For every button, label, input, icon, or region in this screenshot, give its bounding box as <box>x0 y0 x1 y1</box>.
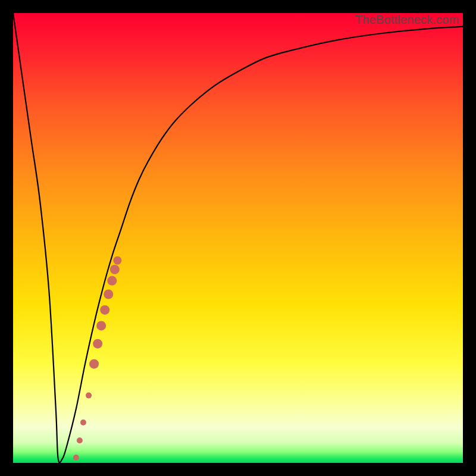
data-marker <box>104 290 113 299</box>
watermark-text: TheBottleneck.com <box>355 13 459 27</box>
data-marker <box>93 339 102 349</box>
data-marker <box>89 359 99 369</box>
plot-area: TheBottleneck.com <box>13 13 463 463</box>
data-marker <box>80 419 86 425</box>
chart-svg <box>13 13 463 463</box>
data-marker <box>100 305 109 315</box>
data-marker <box>110 265 120 274</box>
gradient-background <box>13 13 463 463</box>
data-marker <box>113 256 121 265</box>
chart-frame: TheBottleneck.com <box>0 0 476 476</box>
data-marker <box>107 276 117 286</box>
data-marker <box>77 437 83 443</box>
data-marker <box>86 393 92 399</box>
data-marker <box>96 321 106 330</box>
data-marker <box>73 455 79 461</box>
